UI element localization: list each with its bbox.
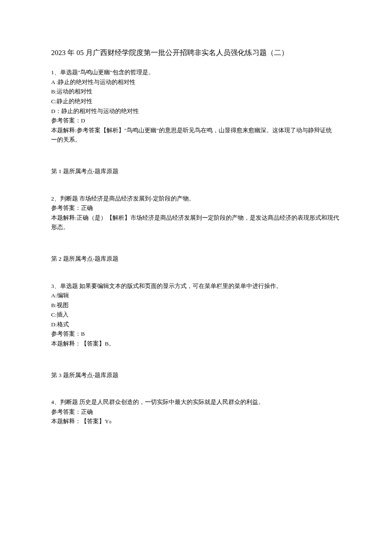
option-a: A :静止的绝对性与运动的相对性: [51, 78, 341, 87]
reference-answer: 参考答案：D: [51, 116, 341, 125]
question-4: 4、判断题 历史是人民群众创造的，一切实际中最大的实际就是人民群众的利益。 参考…: [51, 398, 341, 426]
question-stem: 1、单选题"鸟鸣山更幽"包含的哲理是。: [51, 68, 341, 77]
question-3: 3、单选题 如果要编辑文本的版式和页面的显示方式，可在菜单栏里的菜单中进行操作。…: [51, 282, 341, 380]
question-1: 1、单选题"鸟鸣山更幽"包含的哲理是。 A :静止的绝对性与运动的相对性 B:运…: [51, 68, 341, 176]
option-b: B:运动的相对性: [51, 87, 341, 96]
reference-answer: 参考答案：正确: [51, 407, 341, 417]
explanation: 本题解释：【答案】B。: [51, 339, 341, 349]
explanation-line-1: 本题解释:正确（是）【解析】市场经济是商品经济发展到一定阶段的产物，是发达商品经…: [51, 213, 341, 223]
option-c: C:静止的绝对性: [51, 97, 341, 106]
question-stem: 3、单选题 如果要编辑文本的版式和页面的显示方式，可在菜单栏里的菜单中进行操作。: [51, 282, 341, 291]
explanation-line-1: 本题解释:参考答案【解析】"鸟鸣山更幽"的意思是听见鸟在鸣，山显得愈来愈幽深。这…: [51, 126, 341, 135]
topic-reference: 第 1 题所属考点-题库原题: [51, 167, 341, 176]
option-a: A:编辑: [51, 291, 341, 300]
topic-reference: 第 3 题所属考点-题库原题: [51, 371, 341, 380]
option-d: D:格式: [51, 320, 341, 329]
topic-reference: 第 2 题所属考点-题库原题: [51, 254, 341, 264]
reference-answer: 参考答案：正确: [51, 203, 341, 213]
question-stem: 4、判断题 历史是人民群众创造的，一切实际中最大的实际就是人民群众的利益。: [51, 398, 341, 407]
question-2: 2、判断题 市场经济是商品经济发展到-定阶段的产物。 参考答案：正确 本题解释:…: [51, 194, 341, 264]
explanation-line-2: 形态。: [51, 223, 341, 232]
reference-answer: 参考答案：B: [51, 329, 341, 339]
option-b: B:视图: [51, 301, 341, 310]
explanation-line-2: 一的关系。: [51, 135, 341, 145]
document-page: 2023 年 05 月广西财经学院度第一批公开招聘非实名人员强化练习题（二） 1…: [0, 0, 392, 478]
document-title: 2023 年 05 月广西财经学院度第一批公开招聘非实名人员强化练习题（二）: [51, 47, 341, 58]
option-c: C:插入: [51, 310, 341, 320]
explanation: 本题解释：【答案】Y₀: [51, 417, 341, 426]
option-d: D：静止的相对性与运动的绝对性: [51, 107, 341, 116]
question-stem: 2、判断题 市场经济是商品经济发展到-定阶段的产物。: [51, 194, 341, 203]
